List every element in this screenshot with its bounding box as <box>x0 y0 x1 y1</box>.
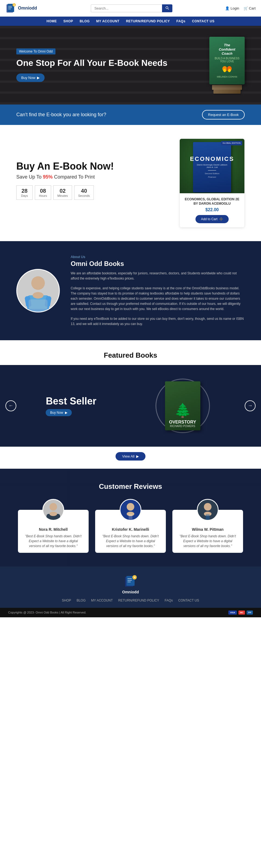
footer-link-contact[interactable]: CONTACT US <box>178 598 199 602</box>
info-banner: Can't find the E-book you are looking fo… <box>0 104 261 125</box>
view-all-wrap: View All ▶ <box>0 447 261 469</box>
footer-link-return-policy[interactable]: RETURN/REFUND POLICY <box>118 598 159 602</box>
hero-title: One Stop For All Your E-Book Needs <box>16 58 167 68</box>
butterfly-icon <box>222 65 232 73</box>
countdown-minutes: 02 Minutes <box>53 185 72 200</box>
book-card-name: ECONOMICS, GLOBAL EDITION 2E BY DARON AC… <box>184 197 240 206</box>
global-edition-badge: GLOBAL EDITION <box>221 141 242 145</box>
nav-blog[interactable]: BLOG <box>80 19 90 23</box>
svg-point-23 <box>50 512 57 516</box>
review-content-2: Kristofer K. Marinelli "Best E-Book Shop… <box>99 527 162 549</box>
hero-badge: Welcome To Omni Odd <box>16 49 56 55</box>
offer-highlight: 95% <box>43 174 53 180</box>
featured-carousel: ← Best Seller Buy Now ▶ 🌲 OVERSTORY RICH… <box>0 365 261 447</box>
cart-plus-icon: ➕ <box>219 217 223 221</box>
svg-point-28 <box>204 503 211 510</box>
person-silhouette-icon <box>22 274 54 312</box>
footer-link-blog[interactable]: BLOG <box>77 598 86 602</box>
view-all-button[interactable]: View All ▶ <box>116 452 145 461</box>
review-text-2: "Best E-Book Shop hands down. Didn't Exp… <box>99 534 162 549</box>
nav-my-account[interactable]: MY ACCOUNT <box>96 19 120 23</box>
svg-point-24 <box>127 503 134 510</box>
footer-link-faqs[interactable]: FAQs <box>164 598 173 602</box>
offer-title: Buy An E-Book Now! <box>16 161 169 172</box>
carousel-next-button[interactable]: → <box>245 400 256 411</box>
footer-logo-icon: ✦ <box>124 575 137 588</box>
about-section: About Us Omni Odd Books We are an afford… <box>0 241 261 340</box>
nav-home[interactable]: HOME <box>46 19 57 23</box>
cart-link[interactable]: 🛒 Cart <box>243 6 256 10</box>
about-label: About Us <box>71 255 245 259</box>
carousel-content: Best Seller Buy Now ▶ 🌲 OVERSTORY RICHAR… <box>22 376 239 436</box>
reviewer-person-icon-3 <box>198 501 217 520</box>
mastercard-icon: MC <box>238 611 245 615</box>
bottom-bar: Copyrights @ 2023- Omni Odd Books | All … <box>0 608 261 617</box>
add-to-cart-button[interactable]: Add to Cart ➕ <box>195 215 229 223</box>
about-image-wrap <box>16 269 60 312</box>
main-nav: HOME SHOP BLOG MY ACCOUNT RETURN/REFUND … <box>0 17 261 26</box>
offer-subtitle: Save Up To 95% Compared To Print <box>16 174 169 180</box>
logo-icon: ✦ <box>5 3 16 13</box>
info-banner-text: Can't find the E-book you are looking fo… <box>16 112 106 118</box>
payment-icons: VISA MC PP <box>228 611 253 615</box>
svg-rect-34 <box>128 579 132 579</box>
nav-return-policy[interactable]: RETURN/REFUND POLICY <box>126 19 170 23</box>
footer-link-shop[interactable]: SHOP <box>62 598 71 602</box>
reviewer-avatar-2 <box>120 499 141 521</box>
footer-nav: ✦ Omniodd SHOP BLOG MY ACCOUNT RETURN/RE… <box>0 566 261 608</box>
book-inner-cover: ECONOMICS Daron Acemoglu David Laibson J… <box>193 142 231 192</box>
footer-link-my-account[interactable]: MY ACCOUNT <box>91 598 113 602</box>
reviewer-avatar-3 <box>197 499 219 521</box>
svg-rect-35 <box>128 580 132 581</box>
search-form <box>91 4 172 12</box>
svg-rect-3 <box>8 7 12 8</box>
countdown-seconds: 40 Seconds <box>74 185 94 200</box>
review-card-3: Wilma W. Pittman "Best E-Book Shop hands… <box>172 510 243 553</box>
svg-rect-31 <box>206 515 209 520</box>
carousel-buy-now-button[interactable]: Buy Now ▶ <box>46 409 71 416</box>
visa-icon: VISA <box>228 611 237 615</box>
arrow-right-icon: ▶ <box>136 454 139 458</box>
best-seller-text: Best Seller Buy Now ▶ <box>46 396 96 416</box>
about-description-3: If you need any eTextBook to be added to… <box>71 316 245 327</box>
hero-book-display: TheConfidentCoach BUILD A BUSINESS YOU L… <box>209 37 245 94</box>
featured-book-display: 🌲 OVERSTORY RICHARD POWERS <box>150 376 215 436</box>
offer-section: Buy An E-Book Now! Save Up To 95% Compar… <box>0 125 261 241</box>
nav-contact[interactable]: CONTACT US <box>192 19 215 23</box>
countdown-days: 28 Days <box>16 185 33 200</box>
svg-line-8 <box>168 8 169 9</box>
hero-banner: Welcome To Omni Odd One Stop For All You… <box>0 26 261 104</box>
offer-subtitle-pre: Save Up To <box>16 174 43 180</box>
login-link[interactable]: 👤 Login <box>225 6 239 10</box>
reviewer-name-1: Nora R. Mitchell <box>22 527 84 532</box>
request-ebook-button[interactable]: Request an E-Book <box>202 110 245 120</box>
paypal-icon: PP <box>247 611 253 615</box>
reviewer-name-3: Wilma W. Pittman <box>177 527 239 532</box>
review-content-1: Nora R. Mitchell "Best E-Book Shop hands… <box>22 527 84 549</box>
review-content-3: Wilma W. Pittman "Best E-Book Shop hands… <box>177 527 239 549</box>
search-input[interactable] <box>91 4 162 12</box>
hero-book-cover: TheConfidentCoach BUILD A BUSINESS YOU L… <box>209 37 245 84</box>
search-button[interactable] <box>162 4 172 12</box>
nav-faqs[interactable]: FAQs <box>176 19 186 23</box>
reviews-grid: Nora R. Mitchell "Best E-Book Shop hands… <box>11 496 250 553</box>
hero-buy-now-button[interactable]: Buy Now ▶ <box>16 73 44 82</box>
hero-content: Welcome To Omni Odd One Stop For All You… <box>16 49 167 82</box>
review-text-3: "Best E-Book Shop hands down. Didn't Exp… <box>177 534 239 549</box>
search-area <box>38 4 225 12</box>
svg-point-21 <box>50 503 57 510</box>
countdown-hours: 08 Hours <box>35 185 51 200</box>
svg-text:✦: ✦ <box>13 4 15 6</box>
book-stack <box>212 85 242 90</box>
svg-rect-36 <box>128 582 131 582</box>
book-card-info: ECONOMICS, GLOBAL EDITION 2E BY DARON AC… <box>180 193 244 227</box>
carousel-prev-button[interactable]: ← <box>5 400 16 411</box>
search-icon <box>165 6 169 10</box>
book-card-cover: GLOBAL EDITION ECONOMICS Daron Acemoglu … <box>180 139 244 193</box>
logo-text: Omniodd <box>18 6 37 11</box>
nav-shop[interactable]: SHOP <box>63 19 73 23</box>
logo-area[interactable]: ✦ Omniodd <box>5 3 38 13</box>
offer-content: Buy An E-Book Now! Save Up To 95% Compar… <box>16 161 169 206</box>
svg-point-14 <box>31 276 45 290</box>
offer-subtitle-post: Compared To Print <box>53 174 95 180</box>
